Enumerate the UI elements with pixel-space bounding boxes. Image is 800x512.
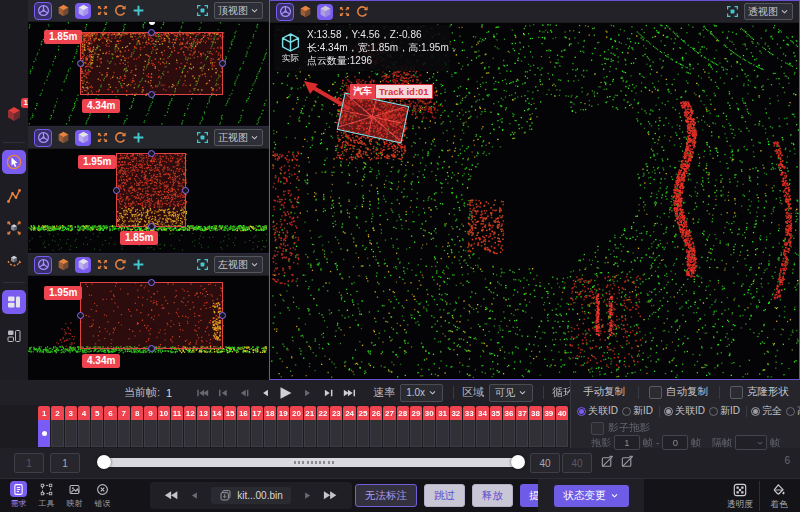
frame-cell-11[interactable]: 11 <box>171 406 183 447</box>
frame-cell-3[interactable]: 3 <box>65 406 77 447</box>
cube-mode-button[interactable] <box>75 130 91 146</box>
frame-cell-36[interactable]: 36 <box>503 406 515 447</box>
next-file-icon[interactable] <box>302 489 312 502</box>
handle-n[interactable] <box>148 29 155 36</box>
prev-file-icon[interactable] <box>190 489 200 502</box>
play-icon[interactable] <box>278 385 294 400</box>
radio-关联ID-2[interactable]: 关联ID <box>664 404 707 418</box>
view-selector[interactable]: 透视图 <box>744 3 793 20</box>
clone-shape-checkbox[interactable] <box>730 386 743 399</box>
frame-cell-39[interactable]: 39 <box>543 406 555 447</box>
focus-icon[interactable] <box>196 131 209 144</box>
rate-select[interactable]: 1.0x <box>400 384 443 402</box>
action-button-释放[interactable]: 释放 <box>472 484 513 507</box>
skip-to-last-icon[interactable] <box>341 385 357 400</box>
frame-cell-5[interactable]: 5 <box>91 406 103 447</box>
frame-cell-25[interactable]: 25 <box>357 406 369 447</box>
cube-mode-button[interactable] <box>75 3 91 19</box>
expand-icon[interactable] <box>96 258 109 271</box>
expand-icon[interactable] <box>338 5 351 18</box>
frame-cell-20[interactable]: 20 <box>290 406 302 447</box>
rotate-icon[interactable] <box>114 131 127 144</box>
radio-高度-5[interactable]: 高度 <box>786 404 800 418</box>
cuboid-icon[interactable] <box>57 4 70 17</box>
tab-工具[interactable]: 工具 <box>34 481 59 509</box>
step-back-icon[interactable] <box>236 385 252 400</box>
perspective-viewport[interactable] <box>270 23 799 378</box>
frame-cell-13[interactable]: 13 <box>197 406 209 447</box>
trail-to-input[interactable]: 0 <box>662 435 688 450</box>
jump-forward-icon[interactable] <box>320 385 336 400</box>
frame-cell-2[interactable]: 2 <box>51 406 63 447</box>
tool-透明度[interactable]: 透明度 <box>721 481 759 511</box>
frame-cell-34[interactable]: 34 <box>476 406 488 447</box>
frame-cell-28[interactable]: 28 <box>397 406 409 447</box>
frame-cell-23[interactable]: 23 <box>330 406 342 447</box>
view-gizmo-button[interactable] <box>34 256 52 274</box>
object-list-item[interactable]: 1 <box>2 102 26 126</box>
tab-错误[interactable]: 错误 <box>90 481 115 509</box>
bounding-box[interactable] <box>80 282 223 349</box>
slider-handle-start[interactable] <box>97 455 111 469</box>
view-selector[interactable]: 正视图 <box>214 129 263 146</box>
select-tool-button[interactable] <box>2 150 26 174</box>
cuboid-icon[interactable] <box>57 258 70 271</box>
expand-icon[interactable] <box>96 131 109 144</box>
view-gizmo-button[interactable] <box>276 3 294 21</box>
frame-cell-24[interactable]: 24 <box>343 406 355 447</box>
rotate-icon[interactable] <box>114 258 127 271</box>
rotate-icon[interactable] <box>356 5 369 18</box>
frame-cell-12[interactable]: 12 <box>184 406 196 447</box>
frame-cell-35[interactable]: 35 <box>490 406 502 447</box>
add-icon[interactable] <box>132 131 145 144</box>
handle-e[interactable] <box>182 187 189 194</box>
radio-新ID-1[interactable]: 新ID <box>622 404 655 418</box>
slider-handle-end[interactable] <box>511 455 525 469</box>
range-max-input[interactable]: 40 <box>530 453 560 473</box>
frame-cell-1[interactable]: 1 <box>38 406 50 447</box>
view-selector[interactable]: 左视图 <box>214 256 263 273</box>
view-gizmo-button[interactable] <box>34 2 52 20</box>
no-edit-alt-icon[interactable] <box>620 454 635 469</box>
frame-cell-16[interactable]: 16 <box>237 406 249 447</box>
action-button-跳过[interactable]: 跳过 <box>424 484 465 507</box>
skip-to-first-icon[interactable] <box>194 385 210 400</box>
frame-cell-38[interactable]: 38 <box>529 406 541 447</box>
frame-cell-30[interactable]: 30 <box>423 406 435 447</box>
frame-cell-4[interactable]: 4 <box>78 406 90 447</box>
frame-cell-8[interactable]: 8 <box>131 406 143 447</box>
handle-e[interactable] <box>219 312 226 319</box>
jump-back-icon[interactable] <box>215 385 231 400</box>
shadow-trail-checkbox[interactable] <box>591 422 604 435</box>
tab-映射[interactable]: 映射 <box>62 481 87 509</box>
file-chip[interactable]: kit...00.bin <box>211 487 291 504</box>
cuboid-icon[interactable] <box>57 131 70 144</box>
frame-cell-10[interactable]: 10 <box>158 406 170 447</box>
cube-mode-button[interactable] <box>317 4 333 20</box>
bounding-box[interactable] <box>116 153 186 227</box>
handle-w[interactable] <box>77 312 84 319</box>
frame-cell-17[interactable]: 17 <box>251 406 263 447</box>
auto-copy-checkbox[interactable] <box>649 386 662 399</box>
focus-icon[interactable] <box>196 258 209 271</box>
rotate-tool-button[interactable] <box>2 248 26 272</box>
status-change-button[interactable]: 状态变更 <box>554 485 629 507</box>
view-selector[interactable]: 顶视图 <box>214 2 263 19</box>
frame-cell-31[interactable]: 31 <box>436 406 448 447</box>
tab-需求[interactable]: 需求 <box>6 481 31 509</box>
handle-s[interactable] <box>148 223 155 230</box>
layout-grid-button[interactable] <box>2 324 26 348</box>
next-batch-icon[interactable] <box>323 489 338 502</box>
frame-cell-22[interactable]: 22 <box>317 406 329 447</box>
radio-关联ID-0[interactable]: 关联ID <box>577 404 620 418</box>
frame-cell-6[interactable]: 6 <box>104 406 116 447</box>
frame-cell-21[interactable]: 21 <box>304 406 316 447</box>
prev-batch-icon[interactable] <box>164 489 179 502</box>
frame-cell-32[interactable]: 32 <box>450 406 462 447</box>
layout-split-button[interactable] <box>2 290 26 314</box>
view-gizmo-button[interactable] <box>34 129 52 147</box>
frame-cell-29[interactable]: 29 <box>410 406 422 447</box>
frame-range-slider[interactable] <box>100 458 522 467</box>
handle-w[interactable] <box>77 60 84 67</box>
add-icon[interactable] <box>132 4 145 17</box>
